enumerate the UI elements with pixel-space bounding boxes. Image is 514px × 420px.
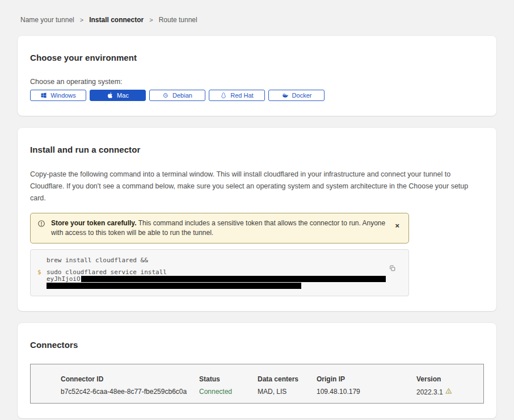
data-centers-value: MAD, LIS bbox=[258, 388, 317, 396]
os-button-label: Windows bbox=[50, 92, 76, 99]
prompt-spacer bbox=[37, 257, 47, 264]
warning-triangle-icon bbox=[445, 388, 452, 396]
col-header-data-centers: Data centers bbox=[258, 375, 317, 383]
connectors-table: Connector ID Status Data centers Origin … bbox=[30, 364, 484, 404]
os-button-windows[interactable]: Windows bbox=[30, 90, 86, 101]
version-number: 2022.3.1 bbox=[416, 388, 443, 396]
os-button-label: Docker bbox=[292, 92, 312, 99]
alert-circle-icon bbox=[37, 220, 45, 230]
table-row: b7c52c42-6caa-48ee-8c77-fbe259cb6c0a Con… bbox=[61, 388, 483, 396]
token-warning-banner: Store your token carefully. This command… bbox=[30, 213, 409, 243]
windows-icon bbox=[40, 92, 47, 99]
os-button-label: Debian bbox=[172, 92, 192, 99]
table-header-row: Connector ID Status Data centers Origin … bbox=[61, 375, 483, 383]
terminal-command-block: brew install cloudflared && $ sudo cloud… bbox=[30, 249, 409, 296]
token-text: eyJhIjoiO bbox=[47, 276, 386, 283]
redacted-token-bar bbox=[81, 276, 386, 282]
os-button-redhat[interactable]: Red Hat bbox=[209, 90, 265, 101]
warning-text: Store your token carefully. This command… bbox=[51, 219, 388, 238]
terminal-line-1: brew install cloudflared && bbox=[37, 257, 386, 264]
os-button-label: Mac bbox=[117, 92, 129, 99]
connectors-card-title: Connectors bbox=[30, 340, 484, 350]
terminal-line-2: $ sudo cloudflared service install bbox=[37, 269, 386, 276]
os-button-debian[interactable]: Debian bbox=[149, 90, 205, 101]
breadcrumb-separator: > bbox=[149, 16, 153, 23]
os-button-label: Red Hat bbox=[230, 92, 253, 99]
os-button-mac[interactable]: Mac bbox=[90, 90, 146, 101]
breadcrumb: Name your tunnel > Install connector > R… bbox=[20, 16, 496, 24]
col-header-version: Version bbox=[416, 375, 483, 383]
warning-title: Store your token carefully. bbox=[51, 219, 137, 227]
shell-prompt: $ bbox=[37, 269, 47, 276]
breadcrumb-item-install-connector[interactable]: Install connector bbox=[89, 16, 144, 24]
origin-ip-value: 109.48.10.179 bbox=[317, 388, 416, 396]
connectors-card: Connectors Connector ID Status Data cent… bbox=[18, 323, 496, 418]
close-icon[interactable]: × bbox=[395, 223, 399, 229]
install-card-title: Install and run a connector bbox=[30, 145, 484, 154]
install-connector-card: Install and run a connector Copy-paste t… bbox=[18, 128, 496, 311]
col-header-status: Status bbox=[199, 375, 258, 383]
install-card-description: Copy-paste the following command into a … bbox=[30, 169, 484, 204]
environment-card: Choose your environment Choose an operat… bbox=[18, 36, 496, 116]
environment-card-title: Choose your environment bbox=[30, 53, 484, 62]
breadcrumb-item-route-tunnel[interactable]: Route tunnel bbox=[159, 16, 197, 24]
breadcrumb-item-name-your-tunnel[interactable]: Name your tunnel bbox=[20, 16, 74, 24]
command-text: brew install cloudflared && bbox=[47, 257, 148, 264]
debian-icon bbox=[162, 92, 169, 99]
connector-id-value: b7c52c42-6caa-48ee-8c77-fbe259cb6c0a bbox=[61, 388, 199, 396]
copy-icon[interactable] bbox=[389, 264, 396, 274]
os-button-docker[interactable]: Docker bbox=[268, 90, 325, 101]
col-header-connector-id: Connector ID bbox=[61, 375, 199, 383]
os-select-label: Choose an operating system: bbox=[30, 78, 484, 86]
breadcrumb-separator: > bbox=[80, 16, 83, 23]
tunnel-setup-page: Name your tunnel > Install connector > R… bbox=[0, 0, 514, 420]
terminal-token-line-2 bbox=[37, 283, 386, 289]
prompt-spacer bbox=[37, 283, 47, 289]
terminal-token-line: eyJhIjoiO bbox=[37, 276, 386, 283]
redhat-icon bbox=[220, 92, 227, 99]
apple-icon bbox=[107, 92, 113, 99]
redacted-token-bar bbox=[47, 283, 301, 289]
col-header-origin-ip: Origin IP bbox=[317, 375, 416, 383]
os-button-group: Windows Mac Debian Red Hat bbox=[30, 90, 484, 101]
status-badge: Connected bbox=[199, 388, 258, 396]
version-value: 2022.3.1 bbox=[416, 388, 483, 396]
docker-icon bbox=[281, 92, 289, 99]
prompt-spacer bbox=[37, 276, 47, 283]
